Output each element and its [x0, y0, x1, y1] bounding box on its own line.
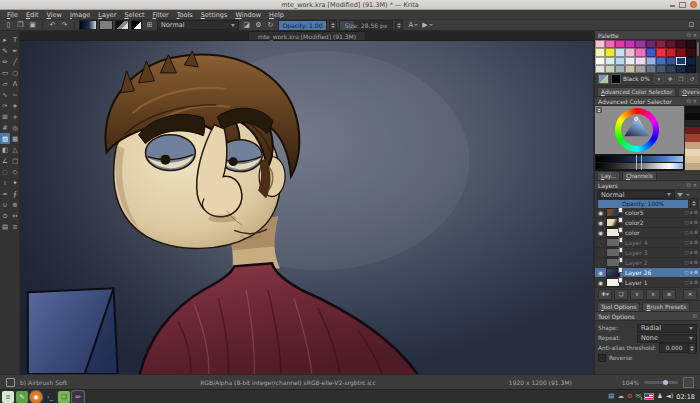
lock-icon[interactable]: ◻	[685, 280, 689, 285]
palette-swatch[interactable]	[615, 57, 625, 65]
lock-icon[interactable]: ◻	[685, 250, 689, 255]
add-layer-button[interactable]: ✚▾	[598, 289, 612, 300]
taskbar-editor-app[interactable]: ✎	[16, 391, 28, 403]
tab-channels[interactable]: Channels	[622, 171, 657, 180]
palette-swatch[interactable]	[646, 57, 656, 65]
indicator-display-icon[interactable]: ▤	[608, 393, 614, 400]
assistants-tool[interactable]: △	[10, 144, 20, 155]
transform-tool[interactable]: ⊞	[0, 111, 10, 122]
mirror-horizontal-button[interactable]: A	[408, 21, 419, 30]
polyline-tool[interactable]: Λ	[10, 78, 20, 89]
rectangular-select-tool[interactable]: ▢	[10, 155, 20, 166]
palette-swatch[interactable]	[686, 57, 696, 65]
multibrush-tool[interactable]: ∗	[10, 100, 20, 111]
measure-tool[interactable]: ∠	[0, 155, 10, 166]
lock-icon[interactable]: ◻	[685, 230, 689, 235]
shade-bar-2[interactable]	[596, 163, 683, 169]
visibility-on-icon[interactable]: ◉	[597, 219, 604, 226]
zoom-tool[interactable]: ⊙	[0, 210, 10, 221]
menu-window[interactable]: Window	[231, 11, 265, 19]
palette-swatch[interactable]	[676, 48, 686, 56]
palette-swatch[interactable]	[595, 65, 605, 73]
palette-dropdown-button[interactable]: ▾	[654, 74, 664, 84]
calligraphy-tool[interactable]: ✒	[10, 45, 20, 56]
save-document-button[interactable]: ▣	[27, 21, 38, 30]
layer-properties-icon[interactable]: ⚙	[694, 240, 698, 245]
zoom-slider-thumb[interactable]	[663, 380, 668, 385]
dynamic-brush-tool[interactable]: ✑	[0, 100, 10, 111]
palette-swatch[interactable]	[635, 40, 645, 48]
palette-scrollbar[interactable]	[696, 40, 700, 73]
keyboard-layout-us-flag[interactable]	[644, 393, 654, 400]
palette-swatch[interactable]	[625, 65, 635, 73]
layer-row[interactable]: ◌Layer 3◻α⚙	[595, 248, 700, 258]
selection-shape-icon[interactable]	[6, 378, 15, 387]
inherit-alpha-icon[interactable]: α	[690, 230, 693, 235]
zoom-slider[interactable]	[644, 381, 678, 384]
filter-icon[interactable]	[677, 193, 683, 197]
color-sampler-tool[interactable]: ◎	[10, 122, 20, 133]
edit-shapes-tool[interactable]: ✎	[0, 45, 10, 56]
smart-patch-tool[interactable]: ⊕	[10, 199, 20, 210]
message-indicator-icon[interactable]: ✉1	[635, 393, 640, 400]
visibility-on-icon[interactable]: ◉	[597, 229, 604, 236]
float-docker-icon[interactable]: ⊡	[687, 98, 691, 104]
redo-button[interactable]: ↷	[59, 21, 70, 30]
tab-lay[interactable]: Lay...	[597, 171, 620, 180]
palette-swatch[interactable]	[656, 48, 666, 56]
document-tab[interactable]: mte_work.kra [Modified] (91.3M)	[248, 31, 366, 40]
fill-pattern-button[interactable]	[115, 20, 129, 30]
acs-settings-icon[interactable]	[596, 107, 602, 113]
float-docker-icon[interactable]: ⊡	[693, 313, 697, 319]
layer-properties-icon[interactable]: ⚙	[694, 210, 698, 215]
outline-select-tool[interactable]: ≀	[0, 177, 10, 188]
layer-properties-icon[interactable]: ⚙	[694, 270, 698, 275]
palette-swatch[interactable]	[595, 48, 605, 56]
line-tool[interactable]: ╱	[10, 56, 20, 67]
duplicate-layer-button[interactable]: ❏	[614, 289, 628, 300]
opacity-spinner[interactable]	[329, 20, 337, 31]
palette-swatch[interactable]	[605, 40, 615, 48]
inherit-alpha-icon[interactable]: α	[690, 250, 693, 255]
accessibility-icon[interactable]: ♟	[657, 393, 663, 400]
gradient-tool[interactable]: ▨	[0, 133, 10, 144]
shade-bar-1[interactable]	[596, 156, 683, 162]
color-history-swatch[interactable]	[685, 156, 700, 163]
lock-icon[interactable]: ◻	[685, 260, 689, 265]
visibility-off-icon[interactable]: ◌	[597, 259, 604, 266]
layer-row[interactable]: ◉Layer 1◻α⚙	[595, 278, 700, 288]
reverse-checkbox[interactable]	[598, 354, 606, 362]
volume-icon[interactable]: ◄)	[666, 393, 674, 400]
misc-tool[interactable]: ≡	[10, 221, 20, 232]
layer-row[interactable]: ◉color2◻α⚙	[595, 218, 700, 228]
close-button[interactable]	[690, 1, 697, 8]
shape-combo[interactable]: Radial	[637, 324, 697, 333]
color-history-swatch[interactable]	[685, 113, 700, 120]
menu-settings[interactable]: Settings	[197, 11, 232, 19]
palette-swatch[interactable]	[666, 40, 676, 48]
palette-swatch[interactable]	[605, 57, 615, 65]
pan-tool[interactable]: ↔	[10, 210, 20, 221]
color-history-swatch[interactable]	[685, 106, 700, 113]
palette-swatch[interactable]	[686, 48, 696, 56]
visibility-on-icon[interactable]: ◉	[597, 269, 604, 276]
float-docker-icon[interactable]: ⊡	[687, 182, 691, 188]
layer-blending-mode-combo[interactable]: Normal	[597, 190, 675, 199]
update-notifier-icon[interactable]: ⊖	[627, 393, 632, 400]
palette-swatch[interactable]	[666, 57, 676, 65]
menu-image[interactable]: Image	[66, 11, 94, 19]
contiguous-select-tool[interactable]: ✦	[10, 177, 20, 188]
color-wheel-area[interactable]	[595, 106, 684, 154]
close-docker-icon[interactable]: ✕	[693, 98, 697, 104]
ellipse-tool[interactable]: ○	[10, 67, 20, 78]
inherit-alpha-icon[interactable]: α	[690, 220, 693, 225]
layer-properties-button[interactable]: ≡	[662, 289, 676, 300]
palette-swatch[interactable]	[615, 65, 625, 73]
visibility-on-icon[interactable]: ◉	[597, 279, 604, 286]
palette-swatch[interactable]	[646, 65, 656, 73]
size-slider[interactable]: Size: 28.56 px	[339, 20, 393, 31]
palette-swatch[interactable]	[646, 48, 656, 56]
indicator-cloud-icon[interactable]: ☁	[617, 393, 624, 400]
palette-image-icon[interactable]	[598, 74, 609, 84]
brush-presets-button[interactable]: ⊞	[144, 21, 155, 30]
